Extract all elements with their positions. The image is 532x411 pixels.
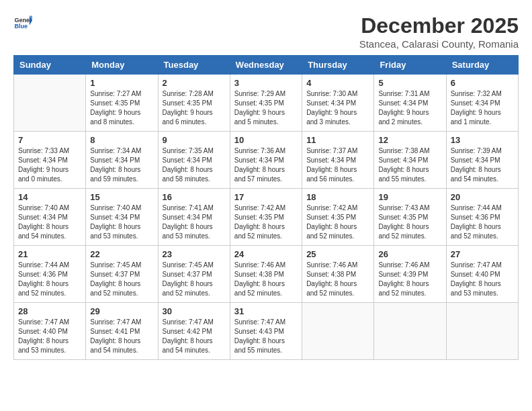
day-number: 7 — [18, 135, 81, 145]
day-number: 26 — [378, 249, 441, 259]
calendar-cell: 1Sunrise: 7:27 AM Sunset: 4:35 PM Daylig… — [86, 75, 158, 132]
calendar-header-row: SundayMondayTuesdayWednesdayThursdayFrid… — [14, 56, 519, 75]
calendar-cell: 20Sunrise: 7:44 AM Sunset: 4:36 PM Dayli… — [446, 189, 518, 246]
day-number: 2 — [163, 78, 226, 88]
calendar-cell: 3Sunrise: 7:29 AM Sunset: 4:35 PM Daylig… — [230, 75, 302, 132]
calendar-cell: 19Sunrise: 7:43 AM Sunset: 4:35 PM Dayli… — [374, 189, 446, 246]
calendar-cell: 4Sunrise: 7:30 AM Sunset: 4:34 PM Daylig… — [302, 75, 374, 132]
day-info: Sunrise: 7:34 AM Sunset: 4:34 PM Dayligh… — [90, 146, 153, 184]
day-info: Sunrise: 7:41 AM Sunset: 4:34 PM Dayligh… — [163, 203, 226, 241]
calendar-cell: 31Sunrise: 7:47 AM Sunset: 4:43 PM Dayli… — [230, 303, 302, 360]
day-number: 17 — [234, 192, 298, 202]
day-number: 29 — [90, 306, 153, 316]
day-number: 25 — [306, 249, 369, 259]
day-number: 3 — [234, 78, 298, 88]
day-info: Sunrise: 7:39 AM Sunset: 4:34 PM Dayligh… — [451, 146, 514, 184]
day-number: 24 — [234, 249, 298, 259]
day-info: Sunrise: 7:42 AM Sunset: 4:35 PM Dayligh… — [234, 203, 298, 241]
day-number: 31 — [234, 306, 298, 316]
calendar-cell — [374, 303, 446, 360]
day-info: Sunrise: 7:27 AM Sunset: 4:35 PM Dayligh… — [90, 89, 153, 127]
header-sunday: Sunday — [14, 56, 86, 75]
day-info: Sunrise: 7:30 AM Sunset: 4:34 PM Dayligh… — [306, 89, 369, 127]
calendar-cell: 14Sunrise: 7:40 AM Sunset: 4:34 PM Dayli… — [14, 189, 86, 246]
header-saturday: Saturday — [446, 56, 518, 75]
day-info: Sunrise: 7:46 AM Sunset: 4:38 PM Dayligh… — [234, 261, 298, 298]
calendar-cell: 2Sunrise: 7:28 AM Sunset: 4:35 PM Daylig… — [158, 75, 230, 132]
subtitle: Stancea, Calarasi County, Romania — [359, 38, 519, 50]
calendar-cell: 13Sunrise: 7:39 AM Sunset: 4:34 PM Dayli… — [446, 132, 518, 189]
day-number: 8 — [90, 135, 153, 145]
day-info: Sunrise: 7:47 AM Sunset: 4:42 PM Dayligh… — [163, 318, 226, 355]
day-info: Sunrise: 7:45 AM Sunset: 4:37 PM Dayligh… — [163, 261, 226, 298]
day-info: Sunrise: 7:46 AM Sunset: 4:38 PM Dayligh… — [306, 261, 369, 298]
calendar-cell: 26Sunrise: 7:46 AM Sunset: 4:39 PM Dayli… — [374, 246, 446, 303]
day-info: Sunrise: 7:43 AM Sunset: 4:35 PM Dayligh… — [378, 203, 441, 241]
day-info: Sunrise: 7:47 AM Sunset: 4:41 PM Dayligh… — [90, 318, 153, 355]
calendar-cell: 18Sunrise: 7:42 AM Sunset: 4:35 PM Dayli… — [302, 189, 374, 246]
calendar-cell: 21Sunrise: 7:44 AM Sunset: 4:36 PM Dayli… — [14, 246, 86, 303]
week-row-5: 28Sunrise: 7:47 AM Sunset: 4:40 PM Dayli… — [14, 303, 519, 360]
calendar-cell: 5Sunrise: 7:31 AM Sunset: 4:34 PM Daylig… — [374, 75, 446, 132]
day-info: Sunrise: 7:31 AM Sunset: 4:34 PM Dayligh… — [378, 89, 441, 127]
day-info: Sunrise: 7:29 AM Sunset: 4:35 PM Dayligh… — [234, 89, 298, 127]
day-info: Sunrise: 7:32 AM Sunset: 4:34 PM Dayligh… — [451, 89, 514, 127]
day-number: 4 — [306, 78, 369, 88]
calendar-cell: 23Sunrise: 7:45 AM Sunset: 4:37 PM Dayli… — [158, 246, 230, 303]
day-number: 9 — [163, 135, 226, 145]
header-monday: Monday — [86, 56, 158, 75]
main-title: December 2025 — [359, 13, 519, 38]
day-number: 16 — [163, 192, 226, 202]
calendar-cell — [446, 303, 518, 360]
calendar-cell — [302, 303, 374, 360]
day-info: Sunrise: 7:40 AM Sunset: 4:34 PM Dayligh… — [90, 203, 153, 241]
calendar-cell: 22Sunrise: 7:45 AM Sunset: 4:37 PM Dayli… — [86, 246, 158, 303]
day-info: Sunrise: 7:38 AM Sunset: 4:34 PM Dayligh… — [378, 146, 441, 184]
calendar-cell: 7Sunrise: 7:33 AM Sunset: 4:34 PM Daylig… — [14, 132, 86, 189]
calendar-table: SundayMondayTuesdayWednesdayThursdayFrid… — [13, 55, 519, 360]
calendar-cell: 29Sunrise: 7:47 AM Sunset: 4:41 PM Dayli… — [86, 303, 158, 360]
day-info: Sunrise: 7:42 AM Sunset: 4:35 PM Dayligh… — [306, 203, 369, 241]
calendar-cell: 8Sunrise: 7:34 AM Sunset: 4:34 PM Daylig… — [86, 132, 158, 189]
calendar-cell — [14, 75, 86, 132]
calendar-cell: 17Sunrise: 7:42 AM Sunset: 4:35 PM Dayli… — [230, 189, 302, 246]
day-info: Sunrise: 7:37 AM Sunset: 4:34 PM Dayligh… — [306, 146, 369, 184]
week-row-3: 14Sunrise: 7:40 AM Sunset: 4:34 PM Dayli… — [14, 189, 519, 246]
header-wednesday: Wednesday — [230, 56, 302, 75]
day-info: Sunrise: 7:46 AM Sunset: 4:39 PM Dayligh… — [378, 261, 441, 298]
week-row-2: 7Sunrise: 7:33 AM Sunset: 4:34 PM Daylig… — [14, 132, 519, 189]
header-thursday: Thursday — [302, 56, 374, 75]
page-header: General Blue December 2025 Stancea, Cala… — [13, 13, 519, 50]
calendar-cell: 27Sunrise: 7:47 AM Sunset: 4:40 PM Dayli… — [446, 246, 518, 303]
day-info: Sunrise: 7:47 AM Sunset: 4:43 PM Dayligh… — [234, 318, 298, 355]
calendar-cell: 30Sunrise: 7:47 AM Sunset: 4:42 PM Dayli… — [158, 303, 230, 360]
day-number: 20 — [451, 192, 514, 202]
calendar-cell: 9Sunrise: 7:35 AM Sunset: 4:34 PM Daylig… — [158, 132, 230, 189]
day-info: Sunrise: 7:44 AM Sunset: 4:36 PM Dayligh… — [451, 203, 514, 241]
calendar-cell: 24Sunrise: 7:46 AM Sunset: 4:38 PM Dayli… — [230, 246, 302, 303]
day-info: Sunrise: 7:28 AM Sunset: 4:35 PM Dayligh… — [163, 89, 226, 127]
day-number: 14 — [18, 192, 81, 202]
calendar-cell: 11Sunrise: 7:37 AM Sunset: 4:34 PM Dayli… — [302, 132, 374, 189]
day-number: 19 — [378, 192, 441, 202]
day-number: 28 — [18, 306, 81, 316]
day-number: 5 — [378, 78, 441, 88]
header-tuesday: Tuesday — [158, 56, 230, 75]
day-info: Sunrise: 7:47 AM Sunset: 4:40 PM Dayligh… — [451, 261, 514, 298]
day-number: 23 — [163, 249, 226, 259]
calendar-cell: 6Sunrise: 7:32 AM Sunset: 4:34 PM Daylig… — [446, 75, 518, 132]
calendar-cell: 12Sunrise: 7:38 AM Sunset: 4:34 PM Dayli… — [374, 132, 446, 189]
day-number: 18 — [306, 192, 369, 202]
week-row-1: 1Sunrise: 7:27 AM Sunset: 4:35 PM Daylig… — [14, 75, 519, 132]
day-number: 21 — [18, 249, 81, 259]
day-number: 12 — [378, 135, 441, 145]
day-info: Sunrise: 7:45 AM Sunset: 4:37 PM Dayligh… — [90, 261, 153, 298]
header-friday: Friday — [374, 56, 446, 75]
title-section: December 2025 Stancea, Calarasi County, … — [359, 13, 519, 50]
day-info: Sunrise: 7:40 AM Sunset: 4:34 PM Dayligh… — [18, 203, 81, 241]
day-number: 6 — [451, 78, 514, 88]
day-info: Sunrise: 7:44 AM Sunset: 4:36 PM Dayligh… — [18, 261, 81, 298]
svg-text:Blue: Blue — [14, 23, 28, 30]
calendar-cell: 15Sunrise: 7:40 AM Sunset: 4:34 PM Dayli… — [86, 189, 158, 246]
logo-icon: General Blue — [13, 13, 32, 32]
